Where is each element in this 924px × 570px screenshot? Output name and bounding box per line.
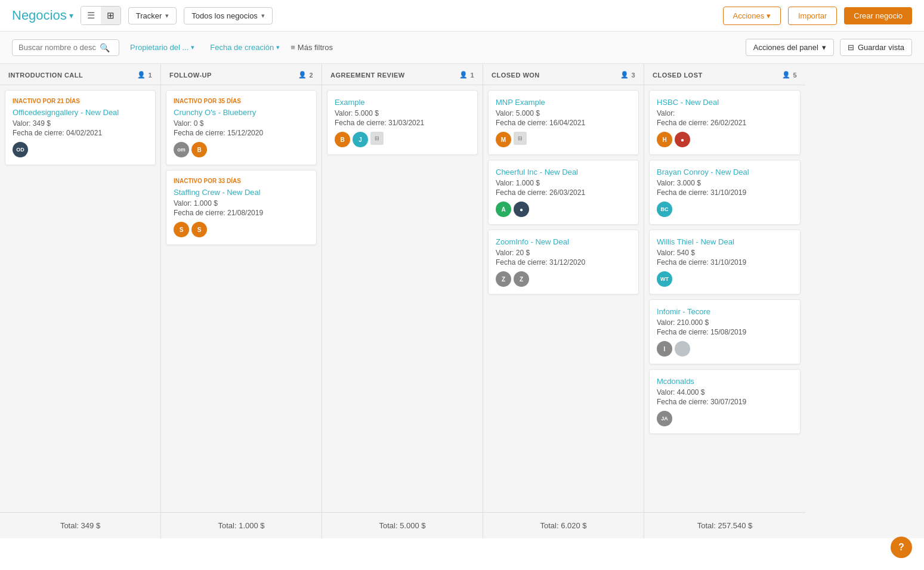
avatar: WT	[657, 271, 672, 287]
importar-label: Importar	[798, 11, 827, 20]
deal-avatars: BJ⊟	[335, 132, 470, 147]
column-header-agreement-review: AGREEMENT REVIEW👤 1	[322, 64, 483, 85]
search-icon: 🔍	[100, 43, 110, 52]
crear-label: Crear negocio	[854, 11, 903, 20]
column-count-closed-won: 👤 3	[620, 71, 635, 79]
panel-actions-arrow: ▾	[822, 43, 826, 52]
save-icon: ⊟	[848, 43, 854, 52]
deal-card[interactable]: INACTIVO POR 21 DÍASOfficedesigngallery …	[5, 90, 156, 165]
deal-name: Willis Thiel - New Deal	[657, 237, 793, 246]
app-title-text: Negocios	[12, 8, 67, 23]
grid-view-button[interactable]: ⊞	[101, 7, 120, 24]
column-cards-closed-lost: HSBC - New DealValor: Fecha de cierre: 2…	[644, 85, 805, 512]
kanban-board: INTRODUCTION CALL👤 1INACTIVO POR 21 DÍAS…	[0, 64, 924, 538]
deal-value: Valor: 3.000 $	[657, 179, 793, 187]
tracker-label: Tracker	[136, 11, 162, 20]
crear-negocio-button[interactable]: Crear negocio	[844, 7, 912, 24]
column-count-agreement-review: 👤 1	[459, 71, 474, 79]
deal-value: Valor: 44.000 $	[657, 388, 793, 396]
importar-button[interactable]: Importar	[788, 7, 837, 25]
filter-bar: 🔍 Propietario del ... ▾ Fecha de creació…	[0, 32, 924, 64]
column-total-introduction-call: Total: 349 $	[0, 512, 160, 538]
avatar: Z	[514, 271, 529, 287]
filter-icon: ≡	[291, 43, 295, 52]
list-view-button[interactable]: ☰	[81, 7, 101, 24]
column-title-follow-up: FOLLOW-UP	[169, 72, 212, 79]
deal-close-date: Fecha de cierre: 31/12/2020	[496, 258, 631, 267]
avatar: ●	[514, 202, 529, 217]
deal-card[interactable]: HSBC - New DealValor: Fecha de cierre: 2…	[649, 90, 801, 155]
propietario-filter-button[interactable]: Propietario del ... ▾	[125, 40, 199, 55]
deal-name: Infomir - Tecore	[657, 307, 793, 316]
deal-card[interactable]: Infomir - TecoreValor: 210.000 $Fecha de…	[649, 299, 801, 364]
column-total-closed-lost: Total: 257.540 $	[644, 512, 805, 538]
save-view-button[interactable]: ⊟ Guardar vista	[840, 39, 912, 56]
deal-avatars: A●	[496, 202, 631, 217]
deal-close-date: Fecha de cierre: 26/03/2021	[496, 188, 631, 197]
filter-deals-label: Todos los negocios	[191, 11, 258, 20]
deal-avatars: ZZ	[496, 271, 631, 287]
deal-value: Valor: 210.000 $	[657, 318, 793, 327]
column-count-follow-up: 👤 2	[298, 71, 313, 79]
deal-name: Cheerful Inc - New Deal	[496, 168, 631, 176]
deal-value: Valor: 349 $	[13, 119, 148, 128]
deal-close-date: Fecha de cierre: 30/07/2019	[657, 398, 793, 406]
app-title[interactable]: Negocios ▾	[12, 8, 73, 23]
column-title-closed-won: CLOSED WON	[492, 72, 540, 79]
deal-card[interactable]: ZoomInfo - New DealValor: 20 $Fecha de c…	[488, 230, 639, 295]
deal-card[interactable]: Cheerful Inc - New DealValor: 1.000 $Fec…	[488, 160, 639, 225]
column-title-agreement-review: AGREEMENT REVIEW	[330, 72, 405, 79]
deal-avatars: M⊟	[496, 132, 631, 147]
panel-actions-button[interactable]: Acciones del panel ▾	[746, 39, 834, 56]
deal-close-date: Fecha de cierre: 15/08/2019	[657, 328, 793, 336]
search-input[interactable]	[18, 43, 96, 52]
deal-value: Valor: 5.000 $	[335, 109, 470, 117]
propietario-arrow-icon: ▾	[191, 44, 194, 51]
column-follow-up: FOLLOW-UP👤 2INACTIVO POR 35 DÍASCrunchy …	[161, 64, 322, 538]
avatar: Z	[496, 271, 511, 287]
avatar: B	[191, 142, 207, 157]
acciones-button[interactable]: Acciones ▾	[723, 7, 781, 25]
person-icon: 👤	[298, 71, 307, 79]
avatar: M	[496, 132, 511, 147]
filter-deals-dropdown[interactable]: Todos los negocios ▾	[184, 7, 273, 24]
tracker-arrow-icon: ▾	[165, 12, 169, 20]
deal-card[interactable]: INACTIVO POR 33 DÍASStaffing Crew - New …	[166, 170, 317, 245]
deal-avatars: OD	[13, 142, 148, 157]
deal-avatars: JA	[657, 411, 793, 426]
deal-card[interactable]: Brayan Conroy - New DealValor: 3.000 $Fe…	[649, 160, 801, 225]
avatar: BC	[657, 202, 672, 217]
deal-value: Valor: 540 $	[657, 249, 793, 257]
deal-card[interactable]: McdonaldsValor: 44.000 $Fecha de cierre:…	[649, 369, 801, 434]
column-closed-lost: CLOSED LOST👤 5HSBC - New DealValor: Fech…	[644, 64, 805, 538]
deal-value: Valor: 1.000 $	[496, 179, 631, 187]
view-toggle: ☰ ⊞	[81, 6, 121, 25]
deal-close-date: Fecha de cierre: 26/02/2021	[657, 119, 793, 127]
deal-value: Valor: 1.000 $	[174, 199, 309, 207]
deal-card[interactable]: ExampleValor: 5.000 $Fecha de cierre: 31…	[327, 90, 478, 155]
deal-avatars: H●	[657, 132, 793, 147]
column-cards-agreement-review: ExampleValor: 5.000 $Fecha de cierre: 31…	[322, 85, 483, 512]
column-total-agreement-review: Total: 5.000 $	[322, 512, 483, 538]
deal-name: Crunchy O's - Blueberry	[174, 108, 309, 117]
acciones-arrow: ▾	[767, 11, 771, 20]
person-icon: 👤	[459, 71, 468, 79]
column-header-closed-won: CLOSED WON👤 3	[483, 64, 644, 85]
column-total-follow-up: Total: 1.000 $	[161, 512, 322, 538]
propietario-label: Propietario del ...	[130, 43, 188, 52]
deal-value: Valor: 5.000 $	[496, 109, 631, 117]
tracker-dropdown[interactable]: Tracker ▾	[128, 7, 177, 24]
more-filters-label: Más filtros	[298, 43, 333, 52]
deal-card[interactable]: MNP ExampleValor: 5.000 $Fecha de cierre…	[488, 90, 639, 155]
deal-card[interactable]: INACTIVO POR 35 DÍASCrunchy O's - Bluebe…	[166, 90, 317, 165]
column-total-closed-won: Total: 6.020 $	[483, 512, 644, 538]
fecha-filter-button[interactable]: Fecha de creación ▾	[205, 40, 285, 55]
more-filters-button[interactable]: ≡ Más filtros	[291, 43, 333, 52]
deal-name: MNP Example	[496, 98, 631, 107]
top-bar: Negocios ▾ ☰ ⊞ Tracker ▾ Todos los negoc…	[0, 0, 924, 32]
deal-card[interactable]: Willis Thiel - New DealValor: 540 $Fecha…	[649, 230, 801, 295]
avatar: om	[174, 142, 189, 157]
column-closed-won: CLOSED WON👤 3MNP ExampleValor: 5.000 $Fe…	[483, 64, 644, 538]
inactive-badge: INACTIVO POR 33 DÍAS	[174, 178, 309, 184]
panel-actions-label: Acciones del panel	[753, 43, 818, 52]
